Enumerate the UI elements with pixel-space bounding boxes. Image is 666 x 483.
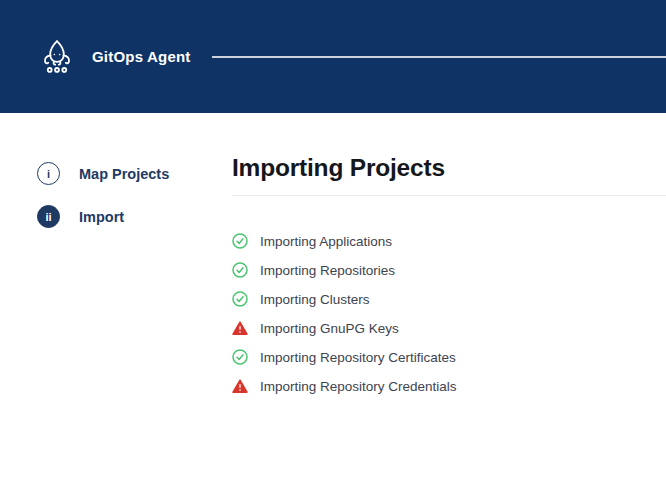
task-label: Importing Clusters	[260, 292, 370, 307]
check-circle-icon	[232, 233, 248, 249]
title-divider-line	[232, 195, 666, 196]
task-row: Importing GnuPG Keys	[232, 314, 666, 343]
app-title: GitOps Agent	[92, 48, 191, 65]
wizard-body: i Map Projects ii Import Importing Proje…	[0, 113, 666, 401]
stepper-item-map-projects[interactable]: i Map Projects	[37, 162, 232, 185]
step-label: Map Projects	[79, 166, 169, 182]
gitops-agent-page: GitOps Agent i Map Projects ii Import Im…	[0, 0, 666, 483]
app-header: GitOps Agent	[0, 0, 666, 113]
task-row: Importing Clusters	[232, 285, 666, 314]
task-row: Importing Repository Certificates	[232, 343, 666, 372]
check-circle-icon	[232, 291, 248, 307]
step-number-badge: ii	[37, 205, 60, 228]
task-list: Importing Applications Importing Reposit…	[232, 227, 666, 401]
task-row: Importing Applications	[232, 227, 666, 256]
stepper-item-import[interactable]: ii Import	[37, 205, 232, 228]
step-number-badge: i	[37, 162, 60, 185]
task-label: Importing GnuPG Keys	[260, 321, 399, 336]
warning-triangle-icon	[232, 378, 248, 394]
check-circle-icon	[232, 262, 248, 278]
octopus-icon	[37, 37, 77, 77]
task-label: Importing Repository Certificates	[260, 350, 456, 365]
page-title: Importing Projects	[232, 155, 666, 182]
task-label: Importing Repository Credentials	[260, 379, 457, 394]
wizard-stepper: i Map Projects ii Import	[0, 113, 232, 248]
step-label: Import	[79, 209, 124, 225]
task-row: Importing Repository Credentials	[232, 372, 666, 401]
check-circle-icon	[232, 349, 248, 365]
import-status-panel: Importing Projects Importing Application…	[232, 113, 666, 401]
warning-triangle-icon	[232, 320, 248, 336]
task-row: Importing Repositories	[232, 256, 666, 285]
task-label: Importing Applications	[260, 234, 392, 249]
task-label: Importing Repositories	[260, 263, 395, 278]
header-divider-line	[212, 56, 666, 58]
